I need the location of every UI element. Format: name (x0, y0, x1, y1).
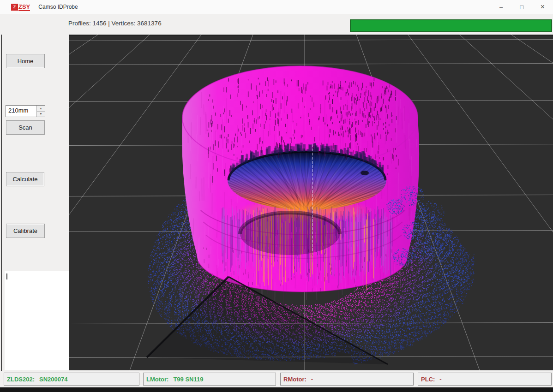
status-zlds202-value: SN200074 (39, 376, 67, 383)
scan-progress-bar (350, 19, 552, 32)
spinner-buttons: ▲ ▼ (36, 106, 45, 117)
window-left-edge (1, 35, 2, 371)
status-plc-value: - (439, 376, 441, 383)
title-bar: Z ZSY Camso IDProbe – □ × (0, 0, 553, 14)
status-plc-label: PLC: (421, 376, 435, 383)
status-rmotor-value: - (311, 376, 313, 383)
status-rmotor: RMotor: - (280, 373, 414, 386)
window-controls: – □ × (491, 0, 553, 14)
text-caret (6, 273, 7, 279)
status-zlds202-label: ZLDS202: (7, 376, 35, 383)
status-lmotor-value: T99 SN119 (173, 376, 203, 383)
spin-down-icon[interactable]: ▼ (37, 112, 45, 117)
top-info-bar: Profiles: 1456 | Vertices: 3681376 (0, 14, 553, 35)
log-textbox[interactable] (5, 271, 69, 370)
bottom-black-bar (0, 387, 553, 392)
minimize-button[interactable]: – (491, 0, 511, 14)
sidebar: Home 210mm ▲ ▼ Scan Calculate Calibrate (0, 35, 69, 371)
zsy-logo-box-icon: Z (11, 4, 18, 11)
viewport-3d (69, 35, 553, 370)
profiles-vertices-stats: Profiles: 1456 | Vertices: 3681376 (68, 20, 162, 27)
spin-up-icon[interactable]: ▲ (37, 106, 45, 112)
zsy-logo-icon: Z ZSY (11, 3, 30, 11)
maximize-button[interactable]: □ (511, 0, 532, 14)
close-button[interactable]: × (532, 0, 553, 14)
status-lmotor-label: LMotor: (146, 376, 168, 383)
scan-button[interactable]: Scan (6, 120, 45, 135)
status-rmotor-label: RMotor: (283, 376, 307, 383)
diameter-spinner[interactable]: 210mm ▲ ▼ (6, 105, 45, 117)
app-window: Z ZSY Camso IDProbe – □ × Profiles: 1456… (0, 0, 553, 392)
calculate-button[interactable]: Calculate (6, 172, 44, 186)
zsy-logo-text: ZSY (18, 3, 30, 11)
calibrate-button[interactable]: Calibrate (6, 224, 45, 238)
status-zlds202: ZLDS202: SN200074 (4, 373, 139, 386)
status-bar: ZLDS202: SN200074 LMotor: T99 SN119 RMot… (0, 372, 553, 386)
diameter-value[interactable]: 210mm (6, 106, 36, 117)
status-lmotor: LMotor: T99 SN119 (143, 373, 276, 386)
window-title: Camso IDProbe (38, 4, 78, 10)
status-plc: PLC: - (418, 373, 552, 386)
viewport-3d-canvas[interactable] (69, 35, 553, 370)
home-button[interactable]: Home (6, 54, 45, 68)
